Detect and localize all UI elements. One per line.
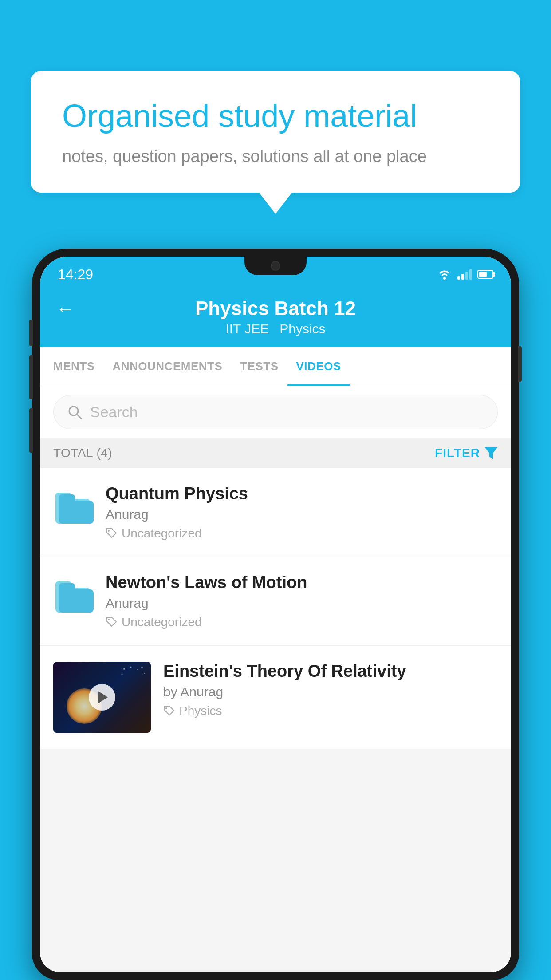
battery-icon [477, 270, 493, 279]
video-author: Anurag [106, 596, 498, 611]
status-time: 14:29 [58, 266, 93, 283]
search-bar-container: Search [40, 386, 511, 438]
tab-videos[interactable]: VIDEOS [287, 347, 350, 386]
volume-silent-button[interactable] [29, 320, 33, 346]
front-camera [271, 261, 280, 271]
page-subtitle: IIT JEE Physics [225, 321, 325, 336]
svg-point-6 [123, 668, 125, 670]
video-tag: Physics [163, 704, 498, 718]
speech-bubble: Organised study material notes, question… [31, 71, 520, 193]
tag-label: Uncategorized [122, 526, 202, 541]
video-info: Einstein's Theory Of Relativity by Anura… [163, 662, 498, 718]
video-tag: Uncategorized [106, 615, 498, 629]
video-author: by Anurag [163, 684, 498, 699]
tab-tests[interactable]: TESTS [231, 347, 287, 386]
filter-icon [484, 447, 498, 459]
list-item[interactable]: Einstein's Theory Of Relativity by Anura… [40, 646, 511, 749]
svg-point-11 [122, 674, 123, 675]
list-item[interactable]: Newton's Laws of Motion Anurag Uncategor… [40, 557, 511, 646]
video-author: Anurag [106, 507, 498, 522]
power-button[interactable] [518, 346, 522, 382]
folder-front [59, 589, 94, 612]
video-thumbnail [53, 662, 151, 733]
page-title: Physics Batch 12 [195, 297, 356, 320]
back-button[interactable]: ← [56, 298, 75, 320]
filter-bar: TOTAL (4) FILTER [40, 438, 511, 468]
video-title: Newton's Laws of Motion [106, 573, 498, 592]
speech-bubble-section: Organised study material notes, question… [31, 71, 520, 193]
wifi-icon [437, 269, 452, 280]
volume-down-button[interactable] [29, 408, 33, 453]
tag-icon [106, 528, 117, 539]
filter-button[interactable]: FILTER [435, 446, 498, 460]
folder-icon [53, 486, 93, 526]
speech-bubble-subtitle: notes, question papers, solutions all at… [62, 147, 489, 166]
svg-marker-3 [484, 447, 498, 459]
video-info: Quantum Physics Anurag Uncategorized [106, 484, 498, 541]
svg-point-5 [108, 619, 110, 620]
tag-icon [106, 616, 117, 628]
video-info: Newton's Laws of Motion Anurag Uncategor… [106, 573, 498, 629]
tag-label: Physics [179, 704, 222, 718]
volume-up-button[interactable] [29, 355, 33, 399]
list-item[interactable]: Quantum Physics Anurag Uncategorized [40, 468, 511, 557]
folder-front [59, 501, 94, 524]
svg-point-12 [165, 707, 167, 709]
stars-decoration [120, 665, 146, 683]
signal-icon [457, 269, 472, 280]
svg-point-8 [137, 669, 138, 670]
tab-bar: MENTS ANNOUNCEMENTS TESTS VIDEOS [40, 347, 511, 386]
svg-point-4 [108, 530, 110, 532]
svg-point-0 [443, 277, 446, 280]
video-title: Quantum Physics [106, 484, 498, 503]
subtitle-iit: IIT JEE [225, 321, 269, 336]
video-list: Quantum Physics Anurag Uncategorized [40, 468, 511, 749]
video-title: Einstein's Theory Of Relativity [163, 662, 498, 681]
svg-point-10 [144, 673, 145, 674]
folder-icon [53, 575, 93, 615]
svg-point-9 [141, 667, 143, 668]
app-header: ← Physics Batch 12 IIT JEE Physics [40, 288, 511, 347]
svg-point-7 [130, 667, 132, 668]
search-bar[interactable]: Search [53, 395, 498, 429]
play-button[interactable] [89, 684, 115, 711]
phone-frame: 14:29 [32, 249, 519, 980]
total-count: TOTAL (4) [53, 446, 112, 460]
tab-ments[interactable]: MENTS [44, 347, 104, 386]
phone-screen: 14:29 [40, 257, 511, 972]
search-icon [67, 404, 83, 420]
search-placeholder: Search [90, 403, 138, 421]
filter-label: FILTER [435, 446, 480, 460]
svg-line-2 [77, 414, 81, 419]
status-icons [437, 269, 493, 280]
tag-icon [163, 705, 175, 717]
play-triangle [98, 691, 108, 703]
video-tag: Uncategorized [106, 526, 498, 541]
tag-label: Uncategorized [122, 615, 202, 629]
subtitle-physics: Physics [279, 321, 325, 336]
speech-bubble-title: Organised study material [62, 98, 489, 134]
phone-notch [244, 257, 307, 275]
tab-announcements[interactable]: ANNOUNCEMENTS [104, 347, 232, 386]
